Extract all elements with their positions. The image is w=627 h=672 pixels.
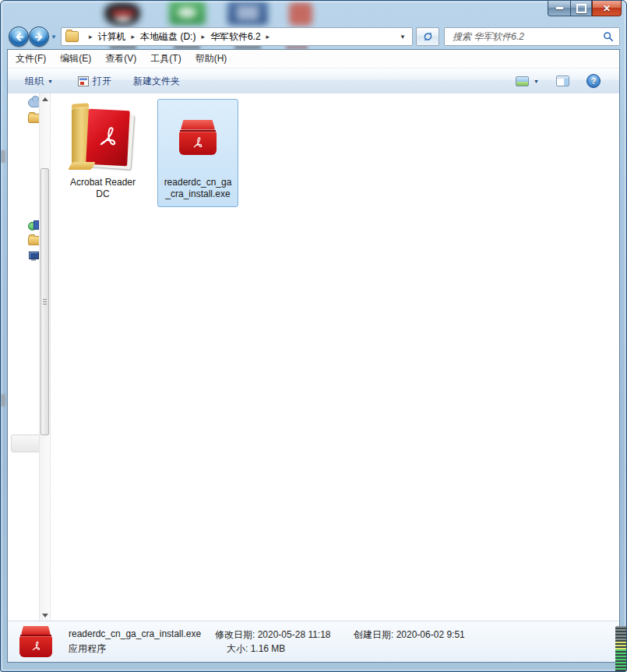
file-tile-installer-exe[interactable]: readerdc_cn_ga _cra_install.exe xyxy=(157,99,238,207)
open-button[interactable]: 打开 xyxy=(72,72,118,91)
details-file-size: 大小: 1.16 MB xyxy=(227,642,285,656)
breadcrumb-separator-icon: ▸ xyxy=(261,33,276,40)
new-folder-label: 新建文件夹 xyxy=(133,75,180,88)
menu-edit[interactable]: 编辑(E) xyxy=(54,52,97,65)
file-label: Acrobat Reader DC xyxy=(70,177,136,200)
menu-file[interactable]: 文件(F) xyxy=(9,52,52,65)
menu-help[interactable]: 帮助(H) xyxy=(189,52,234,65)
folder-front-lip xyxy=(68,162,96,170)
adobe-swoosh-icon xyxy=(29,639,44,654)
maximize-button[interactable] xyxy=(570,1,592,16)
file-label: readerdc_cn_ga _cra_install.exe xyxy=(164,177,232,200)
refresh-icon xyxy=(422,31,434,42)
menu-view[interactable]: 查看(V) xyxy=(99,52,143,65)
sidebar-scrollbar[interactable] xyxy=(39,93,51,621)
scroll-up-button[interactable] xyxy=(40,93,50,105)
folder-icon-area xyxy=(67,102,139,172)
gadget-yellow-bars xyxy=(615,642,626,649)
blurred-desktop-icon-blue-glyph xyxy=(237,5,259,20)
box-front-face xyxy=(179,132,217,155)
toolbar-right-group: ▼ ? xyxy=(509,71,607,91)
file-label-line2: DC xyxy=(70,188,136,200)
adobe-swoosh-icon xyxy=(189,135,206,152)
folder-body: Acrobat Reader DC xyxy=(8,93,619,621)
breadcrumb-separator-icon: ▸ xyxy=(126,33,141,40)
file-list-area[interactable]: Acrobat Reader DC xyxy=(51,93,619,621)
menu-bar: 文件(F) 编辑(E) 查看(V) 工具(T) 帮助(H) xyxy=(8,50,619,69)
scroll-down-icon xyxy=(42,614,48,617)
open-folder-icon xyxy=(69,103,137,171)
address-folder-icon xyxy=(65,31,79,42)
scrollbar-thumb[interactable] xyxy=(41,168,49,435)
scroll-up-icon xyxy=(42,97,48,101)
gadget-gray-bars xyxy=(615,626,626,642)
gadget-green-bars xyxy=(615,649,626,671)
details-file-type: 应用程序 xyxy=(69,642,106,656)
box-front-face xyxy=(19,636,52,657)
details-created-date: 创建日期: 2020-06-02 9:51 xyxy=(354,628,465,642)
address-dropdown-caret[interactable]: ▼ xyxy=(400,33,406,40)
details-file-icon xyxy=(19,626,52,657)
details-modified-date: 修改日期: 2020-05-28 11:18 xyxy=(215,628,331,642)
blurred-desktop-icon-green-glyph xyxy=(178,7,196,18)
command-bar: 组织 ▼ 打开 新建文件夹 ▼ ? xyxy=(8,69,619,94)
scroll-down-button[interactable] xyxy=(40,610,50,621)
box-top-face xyxy=(181,120,215,130)
refresh-button[interactable] xyxy=(416,27,439,46)
help-button[interactable]: ? xyxy=(580,71,607,91)
help-icon: ? xyxy=(586,74,601,88)
forward-arrow-icon xyxy=(33,31,45,43)
maximize-icon xyxy=(576,4,586,13)
views-caret-icon: ▼ xyxy=(534,79,539,84)
file-label-line2: _cra_install.exe xyxy=(164,188,232,200)
close-icon: ✕ xyxy=(603,4,611,13)
preview-pane-button[interactable] xyxy=(550,72,576,90)
box-top-face xyxy=(21,626,51,635)
adobe-swoosh-icon xyxy=(91,121,124,153)
new-folder-button[interactable]: 新建文件夹 xyxy=(127,72,186,91)
file-tile-acrobat-folder[interactable]: Acrobat Reader DC xyxy=(62,99,143,207)
details-filename: readerdc_cn_ga_cra_install.exe xyxy=(69,628,201,639)
navigation-pane[interactable] xyxy=(8,93,39,621)
history-dropdown-caret[interactable]: ▼ xyxy=(51,33,57,40)
breadcrumb-local-disk-d[interactable]: 本地磁盘 (D:) xyxy=(140,30,195,44)
search-icon[interactable] xyxy=(603,31,614,42)
organize-caret-icon: ▼ xyxy=(48,79,53,84)
explorer-window: ✕ ▼ ▸ 计算机 ▸ 本地磁盘 (D:) ▸ 华军软件6.2 ▸ ▼ xyxy=(0,0,627,672)
file-label-line1: Acrobat Reader xyxy=(70,177,136,188)
adobe-page-icon xyxy=(86,109,130,167)
open-label: 打开 xyxy=(93,75,111,88)
menu-tools[interactable]: 工具(T) xyxy=(144,52,187,65)
scrollbar-grip xyxy=(43,299,47,305)
desktop-gadget-strip xyxy=(615,626,626,671)
breadcrumb-separator-icon: ▸ xyxy=(83,33,98,40)
breadcrumb-separator-icon: ▸ xyxy=(195,33,210,40)
back-arrow-icon xyxy=(13,31,25,43)
breadcrumb-computer[interactable]: 计算机 xyxy=(98,30,126,44)
back-button[interactable] xyxy=(9,26,29,47)
exe-icon-area xyxy=(162,102,234,172)
blurred-desktop-icon-qq-scarf xyxy=(111,10,135,16)
border-artifact xyxy=(1,394,5,406)
network-icon[interactable] xyxy=(28,220,39,230)
installer-box-icon xyxy=(179,120,217,155)
minimize-button[interactable] xyxy=(548,1,570,16)
organize-button[interactable]: 组织 ▼ xyxy=(19,72,59,91)
navigation-bar: ▼ ▸ 计算机 ▸ 本地磁盘 (D:) ▸ 华军软件6.2 ▸ ▼ xyxy=(7,26,620,47)
change-view-button[interactable]: ▼ xyxy=(509,73,545,90)
views-icon xyxy=(516,76,529,86)
blurred-desktop-icon-red xyxy=(289,2,312,26)
search-box xyxy=(444,27,620,46)
file-label-line1: readerdc_cn_ga xyxy=(164,177,232,188)
forward-button[interactable] xyxy=(29,26,49,47)
breadcrumb-current-folder[interactable]: 华军软件6.2 xyxy=(210,30,261,44)
preview-pane-icon xyxy=(556,76,569,86)
organize-label: 组织 xyxy=(25,75,44,88)
address-bar[interactable]: ▸ 计算机 ▸ 本地磁盘 (D:) ▸ 华军软件6.2 ▸ ▼ xyxy=(61,27,413,46)
border-artifact xyxy=(1,150,5,163)
minimize-icon xyxy=(556,7,563,9)
computer-icon[interactable] xyxy=(28,252,39,261)
caption-buttons: ✕ xyxy=(548,1,622,16)
close-button[interactable]: ✕ xyxy=(592,1,622,16)
search-input[interactable] xyxy=(451,30,603,43)
